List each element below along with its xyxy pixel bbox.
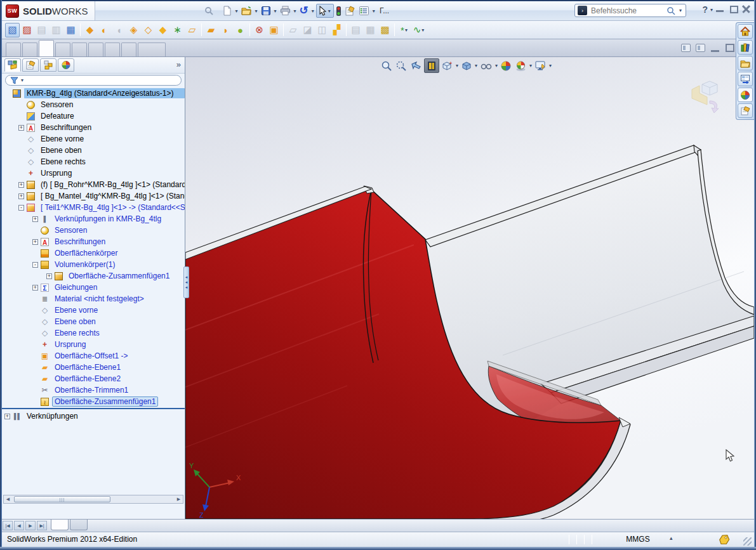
tree-item[interactable]: ◇ Ebene rechts <box>2 156 185 167</box>
surface-toolbar-button[interactable]: ● <box>233 23 248 37</box>
view-settings-caret[interactable]: ▾ <box>548 63 552 69</box>
surface-toolbar-button[interactable]: ▥ <box>49 23 63 37</box>
new-document-button[interactable] <box>221 4 234 18</box>
ribbon-tab[interactable] <box>72 43 87 56</box>
tree-item[interactable]: + Σ Gleichungen <box>2 282 185 293</box>
menu-item[interactable] <box>113 8 126 13</box>
model-scene[interactable]: X Y Z <box>185 57 754 519</box>
scroll-thumb[interactable] <box>14 496 110 502</box>
close-button[interactable] <box>742 5 751 13</box>
dropdown-caret[interactable]: ▾ <box>421 27 424 33</box>
surface-toolbar-button[interactable]: ▱ <box>185 23 199 37</box>
surface-toolbar-button[interactable]: ∗ <box>170 23 185 37</box>
surface-toolbar-button[interactable]: ◆ <box>83 23 97 37</box>
search-icon[interactable] <box>666 6 675 15</box>
select-tool-button[interactable]: ▾ <box>316 4 334 18</box>
ribbon-tab[interactable] <box>88 43 103 56</box>
tree-item[interactable]: ≣ Material <nicht festgelegt> <box>2 293 185 304</box>
help-button[interactable]: ? <box>702 4 708 15</box>
tree-item[interactable]: + Ursprung <box>2 167 185 179</box>
collapse-pane-right-icon[interactable] <box>696 44 705 52</box>
tree-item[interactable]: Defeature <box>2 110 185 122</box>
tab-file-explorer[interactable] <box>738 56 753 70</box>
new-document-caret[interactable]: ▾ <box>234 8 239 14</box>
menu-item[interactable] <box>164 8 176 13</box>
tab-featuremanager[interactable] <box>4 58 21 72</box>
surface-toolbar-button[interactable]: ◐ <box>97 23 112 37</box>
open-caret[interactable]: ▾ <box>254 8 259 14</box>
options-caret[interactable]: ▾ <box>371 8 376 14</box>
tab-nav-prev[interactable]: ◀ <box>14 521 24 530</box>
surface-toolbar-button[interactable]: ▩ <box>378 23 392 37</box>
apply-scene-button[interactable] <box>514 58 528 73</box>
ribbon-tab[interactable] <box>55 43 70 56</box>
tag-icon[interactable] <box>719 534 730 545</box>
dropdown-caret[interactable]: ▾ <box>405 27 408 33</box>
scroll-right-arrow[interactable]: ▶ <box>175 495 183 503</box>
panel-expand-button[interactable]: » <box>176 60 181 69</box>
menu-item[interactable] <box>176 8 189 13</box>
tab-design-library[interactable] <box>738 40 753 55</box>
menu-item[interactable] <box>151 8 164 13</box>
graphics-area[interactable]: X Y Z + ▾ ▾ ▾ ▾ <box>185 57 754 519</box>
open-button[interactable] <box>240 4 253 18</box>
command-search-box[interactable]: › ▾ <box>574 4 686 17</box>
save-button[interactable] <box>260 4 272 18</box>
tree-expander[interactable]: + <box>46 273 52 279</box>
ribbon-tab[interactable] <box>6 43 21 56</box>
display-style-button[interactable] <box>460 58 474 73</box>
ribbon-tab[interactable] <box>39 40 54 56</box>
surface-toolbar-button[interactable]: ⊗ <box>252 23 267 37</box>
scroll-left-arrow[interactable]: ◀ <box>4 495 12 503</box>
view-orientation-button[interactable]: + <box>440 58 454 73</box>
tree-item[interactable]: - Volumenkörper(1) <box>2 259 185 270</box>
menu-item[interactable] <box>138 8 151 13</box>
tab-propertymanager[interactable] <box>22 58 39 72</box>
tab-view-palette[interactable] <box>738 72 753 86</box>
surface-toolbar-button[interactable]: ◇ <box>141 23 156 37</box>
minimize-button[interactable] <box>715 5 724 13</box>
tree-expander[interactable]: + <box>32 285 38 291</box>
surface-toolbar-button[interactable]: ◫ <box>315 23 329 37</box>
help-caret[interactable]: ▾ <box>709 7 714 13</box>
surface-toolbar-button[interactable]: ▰ <box>204 23 218 37</box>
tree-item[interactable]: + Oberfläche-Zusammenfügen1 <box>2 270 185 282</box>
hide-show-items-button[interactable] <box>479 58 494 73</box>
surface-toolbar-button[interactable]: ◈ <box>126 23 141 37</box>
surface-toolbar-button[interactable]: ▞ <box>329 23 344 37</box>
bottom-tab[interactable] <box>70 520 88 530</box>
tree-item[interactable]: ◇ Ebene oben <box>2 145 185 156</box>
zoom-to-area-button[interactable] <box>394 58 408 73</box>
file-properties-button[interactable] <box>343 4 357 18</box>
units-selector[interactable]: MMGS <box>619 535 657 544</box>
tree-item[interactable]: ◇ Ebene rechts <box>2 327 185 339</box>
undo-caret[interactable]: ▾ <box>310 8 315 14</box>
tree-item[interactable]: + Ursprung <box>2 339 185 350</box>
tree-item[interactable]: ◇ Ebene vorne <box>2 133 185 145</box>
tree-item[interactable]: ▣ Oberfläche-Offset1 -> <box>2 350 185 362</box>
tree-item[interactable]: + (f) [ Bg_Rohr^KMR-Bg_4tlg ]<1> (Standa… <box>2 179 185 190</box>
display-style-caret[interactable]: ▾ <box>474 63 478 69</box>
surface-toolbar-button[interactable]: ▤ <box>348 23 363 37</box>
tree-expander[interactable]: + <box>18 125 24 131</box>
bottom-tab[interactable] <box>51 520 69 530</box>
surface-toolbar-button[interactable]: ▦ <box>63 23 78 37</box>
print-caret[interactable]: ▾ <box>293 8 298 14</box>
view-settings-button[interactable] <box>533 58 548 73</box>
restore-button[interactable] <box>729 5 738 13</box>
tree-expander[interactable]: + <box>18 193 24 199</box>
previous-view-button[interactable] <box>409 58 423 73</box>
surface-toolbar-button[interactable]: ▨ <box>20 23 34 37</box>
surface-toolbar-button[interactable]: ▦ <box>363 23 378 37</box>
filter-caret[interactable]: ▾ <box>21 77 23 83</box>
zoom-to-fit-button[interactable] <box>380 58 394 73</box>
tab-nav-first[interactable]: |◀ <box>3 521 13 530</box>
select-tool-caret[interactable]: ▾ <box>327 8 332 14</box>
search-caret[interactable]: ▾ <box>678 8 683 13</box>
tree-item[interactable]: + A Beschriftungen <box>2 122 185 133</box>
apply-scene-caret[interactable]: ▾ <box>529 63 533 69</box>
tab-configurationmanager[interactable] <box>40 58 56 72</box>
tab-custom-properties[interactable] <box>738 103 753 118</box>
tab-nav-next[interactable]: ▶ <box>25 521 36 530</box>
tree-item[interactable]: Oberflächenkörper <box>2 247 185 259</box>
